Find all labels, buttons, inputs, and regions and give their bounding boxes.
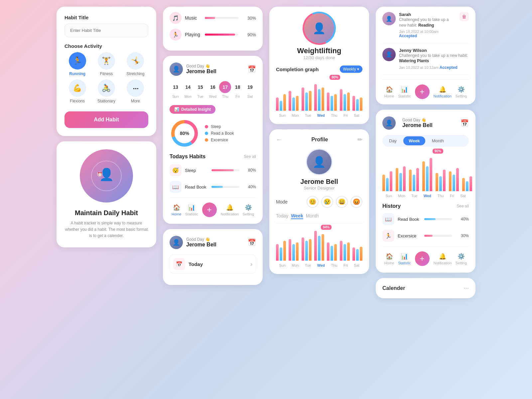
slabel-sat: Sat (460, 194, 466, 198)
insight-icon: 📊 (174, 107, 179, 112)
music-icon: 🎵 (170, 12, 182, 24)
stats-cal-icon[interactable]: 📅 (461, 119, 469, 127)
emoji-happy[interactable]: 😊 (307, 196, 319, 208)
stats-nav-notif[interactable]: 🔔 Notification (433, 253, 451, 265)
sb-thu-b (439, 176, 442, 191)
tab-month-stats[interactable]: Month (427, 136, 449, 145)
nav-setting[interactable]: ⚙️ Setting (243, 204, 254, 216)
profile-back-icon[interactable]: ← (276, 136, 282, 143)
profile-edit-icon[interactable]: ✏ (357, 136, 362, 143)
playing-icon: 🏃 (170, 29, 182, 41)
date-item-17[interactable]: 17 Thu (219, 81, 231, 98)
date-item-19[interactable]: 19 Sat (244, 81, 256, 98)
date-item-13[interactable]: 13 Sun (170, 81, 182, 98)
home-nav-icon: 🏠 (173, 204, 180, 211)
date-item-16[interactable]: 16 Wed (207, 81, 219, 98)
bottom-nav-main: 🏠 Home 📊 Statistic + 🔔 Notification ⚙️ S… (170, 198, 256, 217)
add-habit-button[interactable]: Add Habit (65, 111, 148, 128)
date-item-15[interactable]: 15 Tue (195, 81, 206, 98)
user-name: Jerome Bell (186, 68, 248, 74)
home-header: 👤 Good Day 👋 Jerome Bell 📅 (170, 63, 256, 76)
activity-stationary[interactable]: 🚴 Stationary (93, 79, 119, 103)
tab-month[interactable]: Month (306, 213, 319, 219)
bar-tue-blue (305, 92, 308, 111)
pbsat3 (360, 247, 362, 261)
nav-add-button[interactable]: + (202, 202, 217, 217)
label-thu: Thu (331, 113, 337, 117)
notif-notif-icon: 🔔 (439, 86, 446, 93)
more-label: More (131, 99, 140, 103)
nav-home[interactable]: 🏠 Home (172, 204, 181, 216)
weekly-badge[interactable]: Weekly ▾ (340, 66, 362, 73)
emoji-sad[interactable]: 😢 (321, 196, 333, 208)
slabel-wed: Wed (424, 194, 431, 198)
exercise-legend-label: Excersice (211, 138, 228, 142)
notif-nav-add[interactable]: + (415, 84, 430, 99)
notifications-card: 👤 Sarah Challenged you to take up a new … (376, 7, 475, 104)
mode-row: Mode 😊 😢 😄 😡 (276, 196, 362, 208)
activity-running[interactable]: 🏃 Running (65, 52, 90, 76)
date-item-14[interactable]: 14 Mon (182, 81, 194, 98)
history-readbook: 📖 Read Book 40% (382, 213, 469, 225)
delete-btn-1[interactable]: 🗑 (460, 12, 469, 21)
notif-content-2: Jenny Wilson Challenged you to take up a… (399, 48, 469, 70)
nav-statistic[interactable]: 📊 Statistic (185, 204, 198, 216)
stats-nav-setting[interactable]: ⚙️ Setting (456, 253, 467, 265)
nav-notification[interactable]: 🔔 Notification (220, 204, 238, 216)
date-day-thu1: Thu (222, 94, 228, 98)
notification-nav-label: Notification (220, 212, 238, 216)
stats-nav-stat[interactable]: 📊 Statistic (398, 253, 411, 265)
today-row[interactable]: 📅 Today › (170, 254, 256, 274)
history-ex-pct: 30% (458, 233, 469, 238)
mode-label: Mode (276, 199, 288, 204)
bar-group-wed (314, 84, 324, 111)
playing-pct: 90% (244, 32, 256, 37)
activity-flexions[interactable]: 💪 Flexions (65, 79, 90, 103)
stats-nav-add[interactable]: + (415, 251, 430, 266)
label-sun: Sun (279, 113, 286, 117)
history-rb-pct: 40% (458, 217, 469, 221)
pbthu3 (334, 244, 337, 261)
notif-nav-notification[interactable]: 🔔 Notification (433, 86, 451, 98)
bar-group-thu (327, 92, 337, 111)
insight-badge[interactable]: 📊 Detailed Insight (170, 105, 215, 114)
tab-week[interactable]: Week (291, 213, 303, 219)
activity-stretching[interactable]: 🤸 Stretching (123, 52, 148, 76)
bar-sat-orange (360, 97, 362, 111)
stats-user-name: Jerome Bell (402, 122, 433, 128)
small-calendar-icon[interactable]: 📅 (248, 238, 256, 246)
date-num-17: 17 (219, 81, 231, 93)
activity-more[interactable]: ··· More (123, 79, 148, 103)
stats-chart-labels: Sun Mon Tue Wed Thu Fri Sat (382, 194, 469, 198)
history-see-all[interactable]: See all (457, 204, 469, 208)
tab-week-stats[interactable]: Week (403, 136, 425, 145)
notif-nav-setting[interactable]: ⚙️ Setting (456, 86, 467, 98)
setting-nav-icon: ⚙️ (245, 204, 252, 211)
bar-mon-orange (296, 96, 299, 111)
habit-readbook: 📖 Read Book 40% (170, 181, 256, 193)
sb-wed (422, 158, 432, 191)
see-all-btn[interactable]: See all (244, 154, 256, 159)
profile-bar-fri (339, 241, 349, 261)
statistic-nav-icon: 📊 (188, 204, 195, 211)
calendar-icon[interactable]: 📅 (248, 65, 256, 73)
notif-nav-stat[interactable]: 📊 Statistic (398, 86, 411, 98)
tab-today[interactable]: Today (276, 213, 288, 219)
calender-more-icon[interactable]: ··· (464, 285, 469, 292)
emoji-angry[interactable]: 😡 (350, 196, 362, 208)
notif-nav-home[interactable]: 🏠 Home (384, 86, 394, 98)
sb-mon-p (403, 166, 406, 191)
stats-nav-home[interactable]: 🏠 Home (384, 253, 394, 265)
todays-header: Todays Habits See all (170, 154, 256, 160)
sb-thu-p (443, 170, 446, 191)
profile-chart-labels: Sun Mon Tue Wed Thu Fri Sat (276, 263, 362, 267)
history-header: History See all (382, 203, 469, 209)
date-item-18[interactable]: 18 Fri (232, 81, 244, 98)
activity-fitness[interactable]: 🏋 Fitness (93, 52, 119, 76)
date-num-14: 14 (182, 81, 194, 93)
tab-day[interactable]: Day (384, 136, 402, 145)
column-3: 👤 Weightlifting 12/30 days done Completi… (269, 7, 369, 274)
notif-setting-icon: ⚙️ (458, 86, 465, 93)
emoji-excited[interactable]: 😄 (336, 196, 348, 208)
habit-title-input[interactable] (65, 24, 148, 37)
